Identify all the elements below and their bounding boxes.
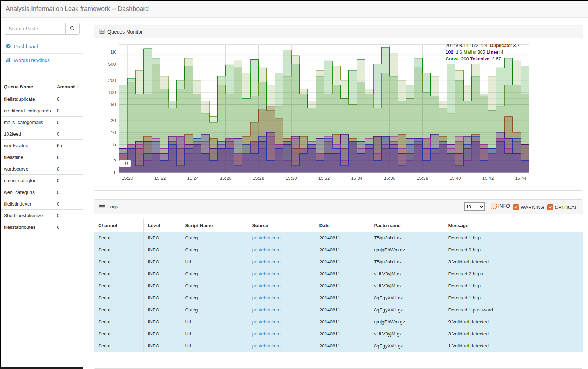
filter-checkbox-critical[interactable]: ✔ (547, 204, 553, 210)
svg-text:1K: 1K (110, 49, 116, 55)
queues-panel-heading: Queues Monitor (94, 25, 583, 38)
queue-name: web_categurls (1, 186, 54, 198)
legend-line: 102: 1.6 Mails: 385 Lines: 4 (446, 49, 519, 55)
filter-critical: ✔CRITICAL (547, 204, 577, 210)
source-link[interactable]: pastebin.com (252, 271, 281, 276)
logs-panel-heading: Logs 10 INFO✔WARNING✔CRITICAL (94, 200, 583, 214)
log-date: 20140811 (315, 244, 370, 256)
log-message: 9 Valid url detected (444, 316, 583, 328)
queue-amount: 6 (54, 151, 83, 163)
svg-text:100: 100 (108, 90, 116, 95)
svg-text:20: 20 (111, 118, 116, 123)
log-row: ScriptINFOCategpastebin.com20140811T5qu3… (94, 232, 583, 244)
svg-text:15:38: 15:38 (417, 175, 428, 181)
svg-text:15:42: 15:42 (482, 175, 494, 181)
sidebar: Dashboard WordsTrendings Queue Name Amou… (1, 18, 83, 369)
svg-text:15:44: 15:44 (515, 175, 527, 181)
queue-amount: 0 (54, 163, 83, 175)
log-message: 3 Valid url detected (444, 256, 583, 268)
log-message: 1 Valid url detected (444, 340, 583, 352)
log-channel: Script (94, 292, 143, 304)
queue-table-header-amount: Amount (54, 81, 83, 93)
queue-name: wordscurve (1, 163, 54, 175)
source-link[interactable]: pastebin.com (252, 331, 281, 337)
source-link[interactable]: pastebin.com (252, 343, 281, 349)
queue-row: Shortlinestokenize0 (1, 210, 83, 221)
queue-row: filelistattributes6 (1, 221, 83, 233)
source-link[interactable]: pastebin.com (252, 283, 281, 288)
log-paste: 8qEgyXvH.gz (370, 292, 444, 304)
queue-name: onion_categtor (1, 175, 54, 186)
top-navbar: Analysis Information Leak framework -- D… (0, 1, 588, 18)
svg-text:10: 10 (111, 130, 116, 135)
logs-header-source: Source (248, 219, 315, 232)
logs-table-header-row: Channel Level Script Name Source Date Pa… (94, 219, 583, 232)
logs-header-script: Script Name (181, 219, 248, 232)
queue-name: wordscateg (1, 140, 54, 151)
source-link[interactable]: pastebin.com (252, 295, 281, 300)
source-link[interactable]: pastebin.com (252, 247, 281, 252)
source-link[interactable]: pastebin.com (252, 319, 281, 325)
sidebar-item-dashboard[interactable]: Dashboard (1, 40, 83, 54)
log-script: Url (181, 316, 248, 328)
logs-table-body: ScriptINFOCategpastebin.com20140811T5qu3… (94, 232, 583, 352)
queue-name: creditcard_categcards (1, 105, 54, 117)
svg-text:1: 1 (113, 170, 116, 175)
legend-line: 2014/08/11 15:21:24: Duplicate: 3.7 (446, 42, 519, 49)
log-source: pastebin.com (248, 316, 315, 328)
search-button[interactable] (65, 23, 80, 35)
queues-chart[interactable]: 1251020501002005001K15:2015:2215:2415:26… (99, 43, 577, 188)
search-icon (70, 26, 75, 32)
svg-text:200: 200 (108, 78, 116, 83)
log-filters: INFO✔WARNING✔CRITICAL (488, 203, 577, 210)
log-script: Categ (181, 292, 248, 304)
log-paste: 8qEgyXvH.gz (370, 304, 444, 316)
source-link[interactable]: pastebin.com (252, 259, 281, 264)
legend-line: Curve: 200 Tokenize: 2.67 (446, 55, 519, 62)
log-message: Detected 9 http (444, 244, 583, 256)
log-message: Detected 1 http (444, 292, 583, 304)
log-paste: qmjgEhWm.gz (370, 316, 444, 328)
queue-amount: 0 (54, 105, 83, 117)
log-date: 20140811 (315, 340, 370, 352)
queue-amount: 65 (54, 140, 83, 151)
log-message: Detected 1 http (444, 280, 583, 292)
svg-text:500: 500 (108, 61, 116, 67)
log-script: Categ (181, 268, 248, 280)
queue-row: web_categurls0 (1, 186, 83, 198)
log-script: Categ (181, 304, 248, 316)
queue-row: wordscateg65 (1, 140, 83, 151)
log-script: Categ (181, 244, 248, 256)
log-source: pastebin.com (248, 232, 315, 244)
sidebar-item-wordstrendings[interactable]: WordsTrendings (1, 54, 83, 67)
log-row: ScriptINFOCategpastebin.com20140811vULV0… (94, 268, 583, 280)
log-message: Detected 1 http (444, 232, 583, 244)
sidebar-footer-bar (0, 367, 83, 369)
logs-controls: 10 INFO✔WARNING✔CRITICAL (464, 202, 577, 211)
queue-row: wordscurve0 (1, 163, 83, 175)
log-row: ScriptINFOCategpastebin.com20140811vULV0… (94, 280, 583, 292)
svg-text:15:36: 15:36 (384, 175, 395, 181)
queues-monitor-panel: Queues Monitor 1251020501002005001K15:20… (94, 25, 583, 191)
filter-checkbox-warning[interactable]: ✔ (513, 204, 519, 210)
source-link[interactable]: pastebin.com (252, 235, 281, 240)
queue-row: 102feed0 (1, 128, 83, 140)
svg-text:5: 5 (113, 142, 116, 147)
log-level: INFO (143, 340, 181, 352)
queue-row: filelistline6 (1, 151, 83, 163)
queue-name: mails_categemails (1, 117, 54, 128)
log-channel: Script (94, 244, 143, 256)
log-level: INFO (143, 244, 181, 256)
source-link[interactable]: pastebin.com (252, 307, 281, 313)
log-date: 20140811 (315, 256, 370, 268)
log-channel: Script (94, 340, 143, 352)
svg-text:50: 50 (111, 102, 116, 107)
chart-legend: 2014/08/11 15:21:24: Duplicate: 3.7102: … (446, 42, 519, 62)
filter-checkbox-info[interactable] (491, 203, 497, 209)
search-input[interactable] (5, 23, 65, 35)
log-count-select[interactable]: 10 (464, 202, 485, 211)
log-message: Detected 2 https (444, 268, 583, 280)
log-row: ScriptINFOUrlpastebin.com20140811vULV0yj… (94, 328, 583, 340)
svg-text:15:34: 15:34 (351, 175, 363, 181)
log-level: INFO (143, 268, 181, 280)
